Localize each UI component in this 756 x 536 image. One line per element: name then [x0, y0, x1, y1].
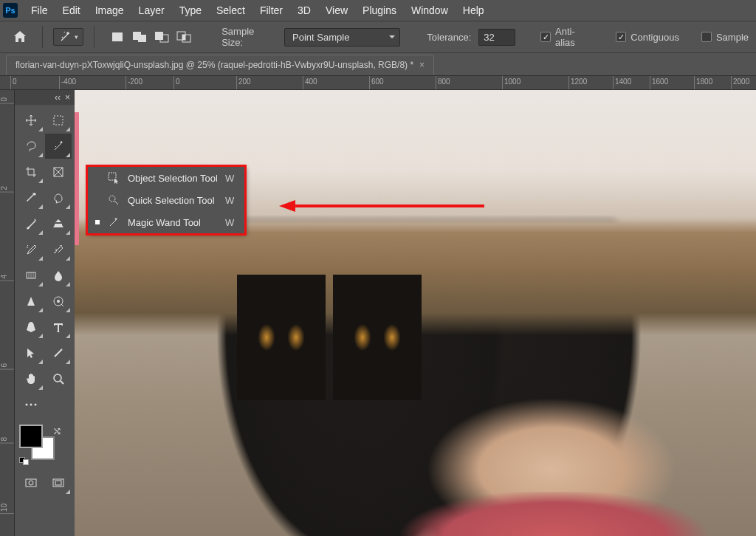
- menu-view[interactable]: View: [318, 1, 355, 19]
- menu-bar: Ps File Edit Image Layer Type Select Fil…: [0, 0, 756, 21]
- flyout-shortcut: W: [225, 195, 234, 206]
- home-button[interactable]: [7, 26, 32, 48]
- menu-edit[interactable]: Edit: [55, 1, 88, 19]
- tool-lasso[interactable]: [18, 134, 44, 159]
- menu-window[interactable]: Window: [404, 1, 456, 19]
- ruler-tick: 1800: [694, 76, 712, 89]
- app-logo: Ps: [3, 3, 18, 18]
- tool-eraser[interactable]: [45, 237, 72, 262]
- close-icon[interactable]: ×: [65, 92, 70, 103]
- tool-frame[interactable]: [45, 159, 72, 185]
- svg-point-14: [26, 404, 28, 406]
- ruler-tick: 2000: [731, 76, 749, 89]
- swap-colors-icon[interactable]: ⤭: [52, 425, 62, 438]
- checkbox-icon: [701, 32, 712, 42]
- anti-alias-label: Anti-alias: [555, 26, 594, 48]
- contiguous-check[interactable]: Contiguous: [616, 32, 679, 43]
- default-colors-icon[interactable]: [19, 457, 31, 463]
- ruler-tick: 8: [0, 437, 14, 444]
- tool-crop[interactable]: [18, 159, 44, 185]
- ruler-tick: 0: [10, 76, 17, 89]
- selection-mode-group: [109, 30, 192, 44]
- anti-alias-check[interactable]: Anti-alias: [540, 26, 594, 48]
- svg-point-18: [29, 481, 33, 485]
- ruler-tick: 800: [436, 76, 450, 89]
- menu-3d[interactable]: 3D: [290, 1, 318, 19]
- quick-selection-icon: [107, 193, 120, 207]
- svg-point-12: [57, 300, 60, 303]
- tool-marquee[interactable]: [45, 108, 72, 133]
- flyout-magic-wand[interactable]: Magic Wand Tool W: [88, 211, 244, 233]
- tool-history-brush[interactable]: [18, 237, 44, 262]
- menu-plugins[interactable]: Plugins: [355, 1, 404, 19]
- ruler-tick: 2: [0, 186, 14, 193]
- tool-screenmode[interactable]: [45, 470, 72, 495]
- menu-filter[interactable]: Filter: [252, 1, 290, 19]
- tool-line[interactable]: [45, 340, 72, 365]
- mode-new[interactable]: [109, 30, 126, 44]
- tool-type[interactable]: [45, 315, 72, 340]
- tool-quickmask[interactable]: [18, 470, 44, 495]
- menu-layer[interactable]: Layer: [131, 1, 172, 19]
- tool-gradient[interactable]: [18, 263, 44, 288]
- tool-blur[interactable]: [45, 263, 72, 288]
- flyout-quick-selection[interactable]: Quick Selection Tool W: [88, 189, 244, 211]
- tool-pen[interactable]: [45, 289, 72, 314]
- ruler-tick: 10: [0, 504, 14, 514]
- tool-eyedropper[interactable]: [18, 185, 44, 210]
- tool-zoom[interactable]: [45, 366, 72, 391]
- tool-brush[interactable]: [18, 211, 44, 236]
- document-title: florian-van-duyn-pXToxwjqliQ-unsplash.jp…: [16, 60, 413, 70]
- collapse-icon[interactable]: ‹‹: [55, 92, 61, 103]
- flyout-label: Object Selection Tool: [128, 173, 218, 184]
- ruler-tick: 4: [0, 275, 14, 281]
- tool-move[interactable]: [18, 108, 44, 133]
- ruler-horizontal: 0 -400 -200 0 200 400 600 800 1000 1200 …: [0, 75, 756, 90]
- menu-image[interactable]: Image: [88, 1, 131, 19]
- tool-magic-wand[interactable]: [45, 134, 72, 159]
- svg-rect-0: [112, 32, 123, 41]
- active-tool-icon[interactable]: ▾: [53, 28, 83, 46]
- options-bar: ▾ Sample Size: Point Sample Tolerance: A…: [0, 21, 756, 53]
- flyout-label: Quick Selection Tool: [128, 195, 215, 206]
- svg-rect-3: [155, 32, 163, 40]
- tool-patch[interactable]: [45, 185, 72, 210]
- ruler-tick: 6: [0, 363, 14, 370]
- tool-path-select[interactable]: [18, 340, 44, 365]
- menu-type[interactable]: Type: [172, 1, 209, 19]
- ruler-tick: 400: [303, 76, 317, 89]
- flyout-shortcut: W: [225, 217, 234, 228]
- ruler-tick: 1600: [650, 76, 668, 89]
- mode-subtract[interactable]: [154, 30, 170, 44]
- tool-clone-stamp[interactable]: [45, 211, 72, 236]
- flyout-object-selection[interactable]: Object Selection Tool W: [88, 167, 244, 189]
- tool-more[interactable]: [18, 392, 44, 417]
- foreground-color[interactable]: [19, 425, 43, 448]
- sample-size-select[interactable]: Point Sample: [284, 28, 400, 47]
- color-swatches[interactable]: ⤭: [19, 425, 63, 463]
- menu-file[interactable]: File: [24, 1, 55, 19]
- chevron-down-icon: [389, 35, 395, 38]
- contiguous-label: Contiguous: [630, 32, 679, 43]
- tolerance-input[interactable]: [478, 29, 515, 46]
- sample-all-check[interactable]: Sample: [701, 32, 749, 43]
- tool-hand[interactable]: [18, 366, 44, 391]
- canvas-area[interactable]: [75, 90, 756, 536]
- svg-rect-2: [138, 35, 146, 42]
- mode-intersect[interactable]: [176, 30, 192, 44]
- tool-path[interactable]: [18, 315, 44, 340]
- doc-tab-row: florian-van-duyn-pXToxwjqliQ-unsplash.jp…: [0, 53, 756, 75]
- magic-wand-icon: [107, 216, 120, 229]
- flyout-label: Magic Wand Tool: [128, 217, 201, 228]
- ruler-tick: -200: [126, 76, 142, 89]
- svg-point-15: [30, 404, 32, 406]
- flyout-shortcut: W: [225, 173, 234, 184]
- menu-help[interactable]: Help: [456, 1, 492, 19]
- svg-point-13: [54, 374, 61, 382]
- tool-dodge[interactable]: [18, 289, 44, 314]
- document-tab[interactable]: florian-van-duyn-pXToxwjqliQ-unsplash.jp…: [6, 55, 434, 75]
- close-icon[interactable]: ×: [419, 60, 425, 70]
- menu-select[interactable]: Select: [209, 1, 252, 19]
- divider: [94, 26, 94, 48]
- mode-add[interactable]: [131, 30, 148, 44]
